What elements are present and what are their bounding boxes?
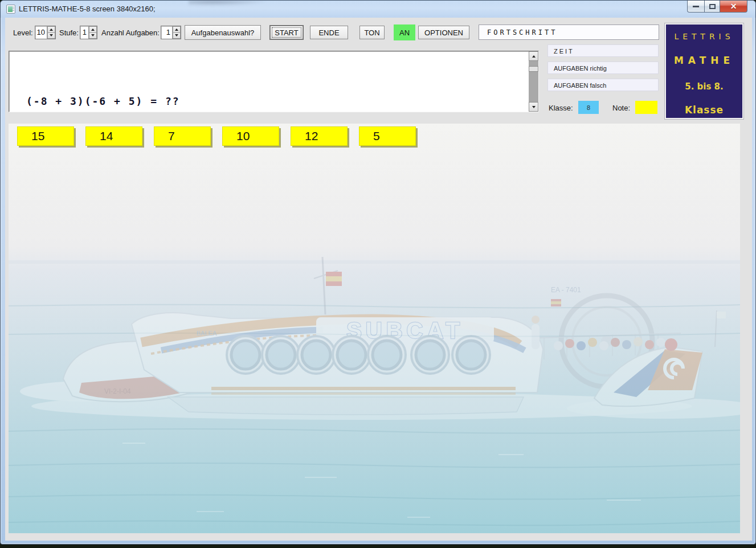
ton-an-indicator-button[interactable]: AN (394, 24, 415, 40)
porthole (333, 336, 370, 374)
porthole (262, 336, 300, 374)
logo-line-klassen: 5. bis 8. (666, 66, 742, 92)
app-icon-lines (13, 7, 14, 12)
klasse-value-box: 8 (578, 101, 599, 114)
level-spin-up-button[interactable] (47, 26, 55, 33)
boat-name-text: SUBCAT (346, 318, 464, 343)
fortschritt-field: FORTSCHRITT (479, 24, 659, 40)
arrow-down-icon (50, 34, 53, 36)
zeit-display: ZEIT (547, 44, 659, 57)
window-title: LETTRIS-MATHE-5-8 screen 3840x2160; (19, 1, 156, 18)
arrow-down-icon (532, 106, 536, 108)
arrow-down-icon (91, 34, 95, 36)
anzahl-spin-up-button[interactable] (173, 26, 181, 33)
stufe-value: 1 (80, 26, 88, 39)
close-button[interactable]: ✕ (720, 1, 747, 13)
caption-button-group: ✕ (687, 1, 747, 13)
start-button[interactable]: START (270, 26, 303, 39)
small-spanish-flag (551, 299, 561, 306)
expression-display: (-8 + 3)(-6 + 5) = ?? (9, 51, 539, 112)
app-icon[interactable] (6, 5, 15, 14)
stern-flag (717, 312, 726, 318)
answer-tile[interactable]: 5 (359, 126, 416, 146)
stufe-spinner[interactable]: 1 (80, 26, 97, 39)
ton-button[interactable]: TON (359, 26, 385, 39)
hull-code-text: VI-2-I-04 (104, 387, 131, 395)
lettris-mathe-logo: LETTRIS MATHE 5. bis 8. Klasse (664, 23, 744, 120)
porthole (227, 336, 264, 374)
answer-tile[interactable]: 10 (222, 126, 279, 146)
registration-text: EA - 7401 (551, 286, 581, 294)
porthole (411, 336, 449, 374)
ende-button[interactable]: ENDE (310, 26, 348, 39)
level-spinner[interactable]: 10 (35, 26, 56, 39)
client-area: Level: 10 Stufe: 1 Anzahl Aufgaben: 1 Au… (5, 18, 752, 541)
note-label: Note: (612, 104, 630, 112)
photo-boat-subcat: VI-2-I-04 SUBCAT BALEA (9, 124, 740, 533)
note-value-box (635, 101, 657, 114)
scroll-down-button[interactable] (529, 102, 538, 112)
arrow-down-icon (175, 34, 178, 36)
crew-figure (532, 324, 540, 349)
scrollbar-thumb[interactable] (529, 66, 538, 72)
level-value: 10 (35, 26, 47, 39)
anzahl-aufgaben-spinner[interactable]: 1 (161, 26, 181, 39)
aufgabenauswahl-button[interactable]: Aufgabenauswahl? (185, 25, 261, 40)
stufe-spin-up-button[interactable] (89, 26, 97, 33)
level-spin-down-button[interactable] (47, 33, 55, 39)
stufe-label: Stufe: (59, 28, 79, 37)
maximize-icon (709, 4, 716, 9)
level-label: Level: (13, 28, 33, 37)
math-expression: (-8 + 3)(-6 + 5) = ?? (26, 95, 180, 107)
answer-tile[interactable]: 7 (154, 126, 211, 146)
porthole (297, 336, 335, 374)
red-buoy (665, 338, 677, 351)
title-bar[interactable]: LETTRIS-MATHE-5-8 screen 3840x2160; ✕ (1, 1, 755, 18)
minimize-button[interactable] (687, 1, 704, 13)
hull-orange-stripe2 (211, 392, 516, 395)
hull-orange-stripe (211, 387, 516, 390)
logo-line-lettris: LETTRIS (666, 24, 742, 41)
answer-tile[interactable]: 12 (291, 126, 348, 146)
stufe-spin-down-button[interactable] (89, 33, 97, 39)
spanish-flag (326, 272, 342, 286)
minimize-icon (693, 6, 699, 7)
answer-tile[interactable]: 14 (85, 126, 142, 146)
anzahl-spin-down-button[interactable] (173, 33, 181, 39)
aufgaben-richtig-display: AUFGABEN richtig (547, 62, 659, 74)
waterline-hull (168, 397, 524, 415)
maximize-button[interactable] (704, 1, 720, 13)
porthole (452, 336, 490, 374)
arrow-up-icon (50, 28, 53, 31)
arrow-up-icon (91, 28, 95, 31)
logo-panel: LETTRIS MATHE 5. bis 8. Klasse (666, 24, 742, 118)
app-window: LETTRIS-MATHE-5-8 screen 3840x2160; ✕ Le… (0, 0, 756, 545)
app-icon-image (8, 6, 13, 12)
arrow-up-icon (175, 28, 178, 31)
logo-line-mathe: MATHE (666, 41, 742, 66)
answer-tile[interactable]: 15 (17, 126, 74, 146)
scroll-up-button[interactable] (529, 51, 538, 61)
expression-scrollbar[interactable] (529, 51, 538, 112)
optionen-button[interactable]: OPTIONEN (418, 26, 469, 39)
logo-line-klasse: Klasse (666, 92, 742, 116)
arrow-up-icon (532, 55, 536, 58)
porthole (368, 336, 406, 374)
hull-name-text: BALEA (197, 330, 217, 337)
klasse-label: Klasse: (549, 104, 573, 112)
anzahl-aufgaben-label: Anzahl Aufgaben: (101, 28, 160, 37)
aufgaben-falsch-display: AUFGABEN falsch (547, 79, 659, 91)
anzahl-aufgaben-value: 1 (161, 26, 172, 39)
close-icon: ✕ (730, 2, 737, 10)
horizon-line (9, 260, 740, 264)
titlebar-glass-reflection (189, 1, 268, 6)
